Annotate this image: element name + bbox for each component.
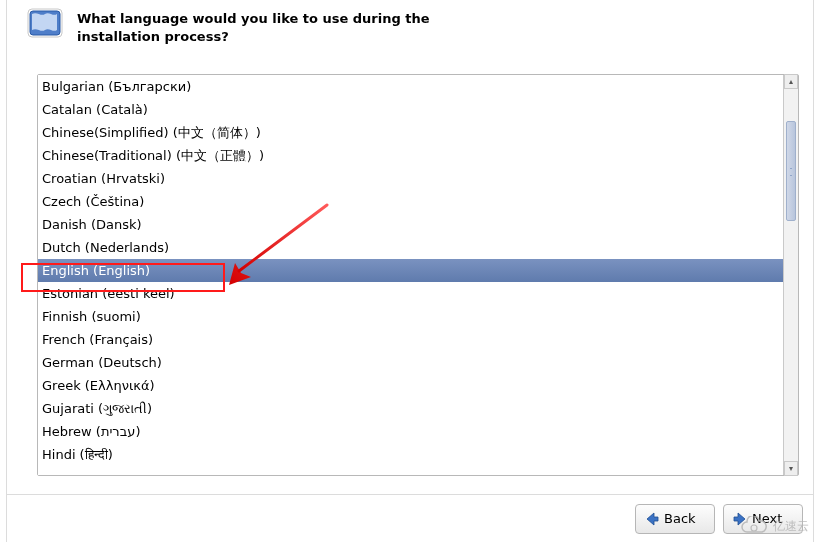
language-option[interactable]: Dutch (Nederlands) bbox=[38, 236, 783, 259]
language-option[interactable]: German (Deutsch) bbox=[38, 351, 783, 374]
language-option[interactable]: Czech (Čeština) bbox=[38, 190, 783, 213]
scroll-thumb[interactable] bbox=[786, 121, 796, 221]
language-option[interactable]: Chinese(Simplified) (中文（简体）) bbox=[38, 121, 783, 144]
language-option[interactable]: Gujarati (ગુજરાતી) bbox=[38, 397, 783, 420]
language-option[interactable]: French (Français) bbox=[38, 328, 783, 351]
language-option[interactable]: Croatian (Hrvatski) bbox=[38, 167, 783, 190]
scroll-down-button[interactable]: ▾ bbox=[784, 461, 798, 476]
watermark: 亿速云 bbox=[739, 516, 809, 536]
back-button-label: Back bbox=[664, 511, 696, 526]
language-option[interactable]: Finnish (suomi) bbox=[38, 305, 783, 328]
cloud-icon bbox=[739, 516, 769, 536]
language-option[interactable]: English (English) bbox=[38, 259, 783, 282]
header: What language would you like to use duri… bbox=[7, 0, 813, 55]
language-option[interactable]: Hindi (हिन्दी) bbox=[38, 443, 783, 466]
language-option[interactable]: Chinese(Traditional) (中文（正體）) bbox=[38, 144, 783, 167]
scrollbar[interactable]: ▴ ▾ bbox=[783, 75, 798, 475]
button-bar: Back Next bbox=[7, 494, 813, 542]
language-option[interactable]: Hebrew (עברית) bbox=[38, 420, 783, 443]
arrow-left-icon bbox=[644, 511, 660, 527]
installer-window: What language would you like to use duri… bbox=[6, 0, 814, 542]
language-option[interactable]: Estonian (eesti keel) bbox=[38, 282, 783, 305]
language-option[interactable]: Greek (Ελληνικά) bbox=[38, 374, 783, 397]
language-list-container: Bulgarian (Български)Catalan (Català)Chi… bbox=[37, 74, 799, 476]
flag-icon bbox=[25, 8, 65, 44]
language-option[interactable]: Bulgarian (Български) bbox=[38, 75, 783, 98]
scroll-up-button[interactable]: ▴ bbox=[784, 74, 798, 89]
svg-point-2 bbox=[751, 525, 757, 531]
language-option[interactable]: Danish (Dansk) bbox=[38, 213, 783, 236]
language-option[interactable]: Catalan (Català) bbox=[38, 98, 783, 121]
watermark-text: 亿速云 bbox=[773, 518, 809, 535]
back-button[interactable]: Back bbox=[635, 504, 715, 534]
language-list[interactable]: Bulgarian (Български)Catalan (Català)Chi… bbox=[38, 75, 783, 475]
prompt-text: What language would you like to use duri… bbox=[77, 8, 437, 45]
